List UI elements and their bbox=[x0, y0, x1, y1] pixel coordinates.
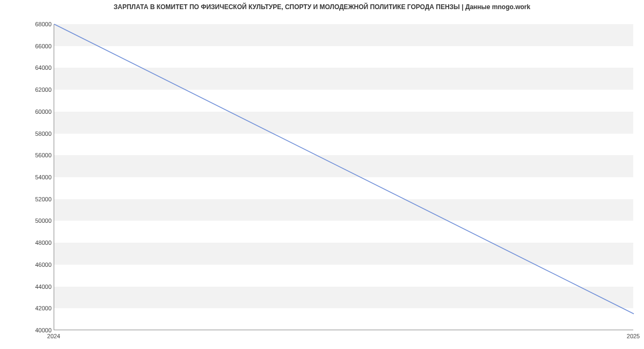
x-tick-label: 2024 bbox=[47, 333, 60, 339]
y-tick-label: 62000 bbox=[31, 86, 52, 93]
x-tick-label: 2025 bbox=[627, 333, 640, 339]
plot-area bbox=[54, 24, 633, 330]
line-series bbox=[54, 24, 633, 330]
y-tick-label: 58000 bbox=[31, 130, 52, 137]
y-tick-label: 54000 bbox=[31, 174, 52, 180]
y-tick-label: 68000 bbox=[31, 21, 52, 27]
y-tick-label: 56000 bbox=[31, 152, 52, 158]
y-tick-label: 42000 bbox=[31, 305, 52, 311]
chart-container: ЗАРПЛАТА В КОМИТЕТ ПО ФИЗИЧЕСКОЙ КУЛЬТУР… bbox=[0, 0, 644, 349]
data-line bbox=[54, 24, 634, 314]
y-tick-label: 64000 bbox=[31, 64, 52, 71]
y-tick-label: 52000 bbox=[31, 196, 52, 202]
y-tick-label: 50000 bbox=[31, 217, 52, 224]
y-tick-label: 44000 bbox=[31, 283, 52, 290]
y-tick-label: 48000 bbox=[31, 239, 52, 246]
y-tick-label: 66000 bbox=[31, 43, 52, 49]
chart-title: ЗАРПЛАТА В КОМИТЕТ ПО ФИЗИЧЕСКОЙ КУЛЬТУР… bbox=[0, 3, 644, 11]
y-tick-label: 60000 bbox=[31, 108, 52, 115]
y-tick-label: 46000 bbox=[31, 261, 52, 268]
